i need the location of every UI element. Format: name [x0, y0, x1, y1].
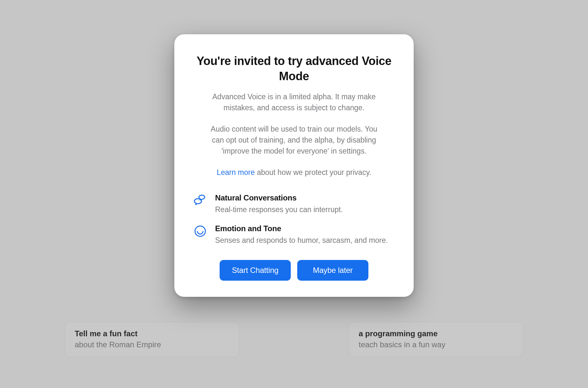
modal-paragraph-1: Advanced Voice is in a limited alpha. It… — [210, 91, 378, 113]
modal-privacy-line: Learn more about how we protect your pri… — [210, 167, 378, 178]
modal-title: You're invited to try advanced Voice Mod… — [194, 54, 394, 84]
suggestion-chip-row: Tell me a fun fact about the Roman Empir… — [0, 322, 588, 357]
maybe-later-button[interactable]: Maybe later — [297, 260, 368, 281]
feature-item-conversations: Natural Conversations Real-time response… — [194, 193, 394, 215]
feature-title: Emotion and Tone — [215, 224, 388, 233]
suggestion-chip[interactable]: Tell me a fun fact about the Roman Empir… — [65, 322, 239, 357]
suggestion-chip-subtitle: teach basics in a fun way — [359, 340, 513, 349]
svg-point-0 — [195, 226, 205, 236]
modal-description: Advanced Voice is in a limited alpha. It… — [210, 91, 378, 178]
chat-bubbles-icon — [194, 194, 207, 207]
feature-description: Real-time responses you can interrupt. — [215, 204, 343, 215]
smile-icon — [194, 225, 207, 238]
learn-more-rest: about how we protect your privacy. — [255, 168, 371, 177]
modal-actions: Start Chatting Maybe later — [194, 260, 394, 281]
voice-mode-invite-modal: You're invited to try advanced Voice Mod… — [174, 34, 414, 297]
feature-title: Natural Conversations — [215, 193, 343, 202]
feature-text: Natural Conversations Real-time response… — [215, 193, 343, 215]
start-chatting-button[interactable]: Start Chatting — [220, 260, 291, 281]
suggestion-chip-title: a programming game — [359, 329, 513, 338]
suggestion-chip-title: Tell me a fun fact — [75, 329, 229, 338]
learn-more-link[interactable]: Learn more — [217, 168, 255, 177]
feature-list: Natural Conversations Real-time response… — [194, 193, 394, 246]
feature-text: Emotion and Tone Senses and responds to … — [215, 224, 388, 246]
suggestion-chip[interactable]: a programming game teach basics in a fun… — [349, 322, 523, 357]
suggestion-chip-subtitle: about the Roman Empire — [75, 340, 229, 349]
modal-paragraph-2: Audio content will be used to train our … — [210, 124, 378, 156]
feature-description: Senses and responds to humor, sarcasm, a… — [215, 235, 388, 246]
feature-item-emotion: Emotion and Tone Senses and responds to … — [194, 224, 394, 246]
